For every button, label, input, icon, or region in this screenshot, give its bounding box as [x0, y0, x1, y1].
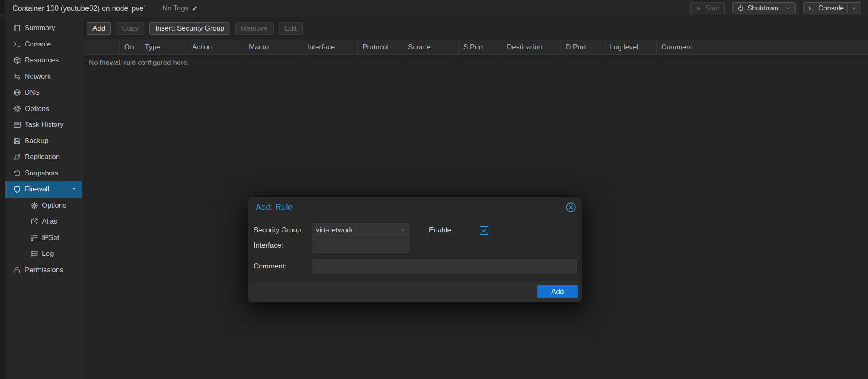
comment-label: Comment:: [254, 259, 286, 273]
sidebar-item-label: Permissions: [25, 266, 64, 274]
floppy-icon: [13, 137, 22, 145]
toolbar-insert-security-group-button[interactable]: Insert: Security Group: [149, 22, 230, 35]
console-button[interactable]: Console: [803, 2, 861, 14]
shutdown-menu-caret[interactable]: [782, 3, 791, 14]
column-header-source[interactable]: Source: [403, 40, 459, 54]
left-panel-edge: [0, 0, 4, 14]
sidebar-item-label: Snapshots: [25, 169, 58, 178]
security-group-label: Security Group:: [254, 223, 303, 237]
shutdown-button-label: Shutdown: [747, 4, 778, 12]
toolbar-edit-button[interactable]: Edit: [279, 22, 303, 35]
dialog-add-button[interactable]: Add: [537, 285, 578, 298]
sidebar-item-label: Replication: [25, 153, 60, 161]
sidebar-item-firewall-options[interactable]: Options: [5, 198, 82, 214]
book-icon: [13, 24, 22, 32]
enable-checkbox[interactable]: [480, 226, 488, 235]
sidebar-item-options[interactable]: Options: [5, 101, 82, 117]
security-group-value: virt-network: [316, 226, 353, 235]
start-button-label: Start: [705, 4, 720, 12]
terminal-icon: [808, 5, 815, 12]
sidebar-item-dns[interactable]: DNS: [5, 85, 82, 101]
interface-label: Interface:: [254, 238, 283, 253]
sidebar-item-label: Log: [42, 250, 54, 258]
sidebar-item-firewall-alias[interactable]: Alias: [5, 214, 82, 230]
tags-label: No Tags: [162, 4, 188, 13]
column-header-protocol[interactable]: Protocol: [358, 40, 403, 54]
topbar-actions: StartShutdownConsole: [690, 2, 861, 14]
sidebar-item-label: Options: [25, 105, 49, 113]
firewall-toolbar: AddCopyInsert: Security GroupRemoveEdit: [87, 22, 303, 35]
sidebar-item-label: Alias: [42, 217, 57, 226]
sidebar-item-task-history[interactable]: Task History: [5, 117, 82, 133]
chevron-down-icon: [401, 228, 406, 233]
column-header-interface[interactable]: Interface: [303, 40, 358, 54]
topbar: Container 100 (youtube02) on node 'pve' …: [0, 0, 868, 17]
shutdown-button[interactable]: Shutdown: [732, 2, 796, 14]
column-header-log-level[interactable]: Log level: [605, 40, 657, 54]
console-button-label: Console: [818, 4, 844, 12]
sidebar-item-backup[interactable]: Backup: [5, 133, 82, 150]
toolbar-add-button[interactable]: Add: [87, 22, 111, 35]
sidebar-item-label: DNS: [25, 88, 40, 97]
sidebar-item-summary[interactable]: Summary: [5, 20, 82, 36]
gear-icon: [30, 202, 39, 209]
comment-field[interactable]: [312, 259, 577, 273]
globe-icon: [13, 89, 22, 96]
chevron-down-icon: [786, 6, 791, 11]
sidebar-item-network[interactable]: Network: [5, 69, 82, 85]
add-rule-dialog: Add: Rule Security Group: virt-network E…: [248, 197, 582, 302]
terminal-icon: [13, 41, 22, 48]
column-header-d-port[interactable]: D.Port: [561, 40, 605, 54]
tags-editor[interactable]: No Tags: [162, 4, 198, 13]
history-icon: [13, 170, 22, 177]
list-alt-icon: [13, 121, 22, 129]
sidebar-item-label: IPSet: [42, 234, 59, 242]
sidebar: SummaryConsoleResourcesNetworkDNSOptions…: [5, 17, 82, 379]
sidebar-item-label: Backup: [25, 137, 49, 145]
gear-icon: [13, 105, 22, 113]
cube-icon: [13, 57, 22, 64]
start-button[interactable]: Start: [690, 2, 725, 14]
column-header-macro[interactable]: Macro: [244, 40, 303, 54]
sidebar-item-resources[interactable]: Resources: [5, 52, 82, 69]
sidebar-item-label: Options: [42, 201, 67, 210]
external-link-icon: [30, 218, 39, 225]
sidebar-item-snapshots[interactable]: Snapshots: [5, 165, 82, 182]
dialog-close-button[interactable]: [565, 202, 576, 213]
left-panel-edge-strip: [0, 17, 5, 379]
sidebar-item-label: Summary: [25, 24, 55, 32]
unlock-icon: [13, 266, 22, 274]
console-menu-caret[interactable]: [847, 3, 856, 14]
enable-label: Enable:: [429, 223, 453, 237]
rules-table-header: OnTypeActionMacroInterfaceProtocolSource…: [84, 40, 868, 55]
column-header-row-selector[interactable]: [84, 40, 120, 54]
exchange-icon: [13, 73, 22, 80]
interface-field[interactable]: [312, 238, 410, 253]
sidebar-item-label: Console: [25, 40, 51, 49]
column-header-comment[interactable]: Comment: [657, 40, 868, 54]
security-group-select[interactable]: virt-network: [312, 223, 410, 237]
column-header-on[interactable]: On: [120, 40, 140, 54]
sidebar-item-label: Resources: [25, 56, 59, 64]
sidebar-item-firewall-log[interactable]: Log: [5, 246, 82, 262]
column-header-s-port[interactable]: S.Port: [459, 40, 502, 54]
empty-table-message: No firewall rule configured here.: [89, 59, 189, 67]
sidebar-item-permissions[interactable]: Permissions: [5, 262, 82, 278]
list-ol-icon: [30, 234, 39, 242]
dialog-footer: Add: [248, 281, 582, 302]
column-header-destination[interactable]: Destination: [502, 40, 561, 54]
sidebar-item-console[interactable]: Console: [5, 36, 82, 53]
play-icon: [695, 5, 702, 12]
expand-caret-icon[interactable]: [72, 185, 77, 193]
column-header-action[interactable]: Action: [187, 40, 244, 54]
column-header-type[interactable]: Type: [140, 40, 187, 54]
toolbar-remove-button[interactable]: Remove: [235, 22, 273, 35]
toolbar-copy-button[interactable]: Copy: [116, 22, 144, 35]
sidebar-item-firewall[interactable]: Firewall: [5, 181, 82, 198]
sidebar-item-firewall-ipset[interactable]: IPSet: [5, 230, 82, 246]
sidebar-item-replication[interactable]: Replication: [5, 149, 82, 165]
page-title: Container 100 (youtube02) on node 'pve': [13, 4, 145, 13]
sidebar-item-label: Network: [25, 72, 51, 81]
sidebar-item-label: Task History: [25, 121, 64, 129]
sidebar-item-label: Firewall: [25, 185, 49, 193]
